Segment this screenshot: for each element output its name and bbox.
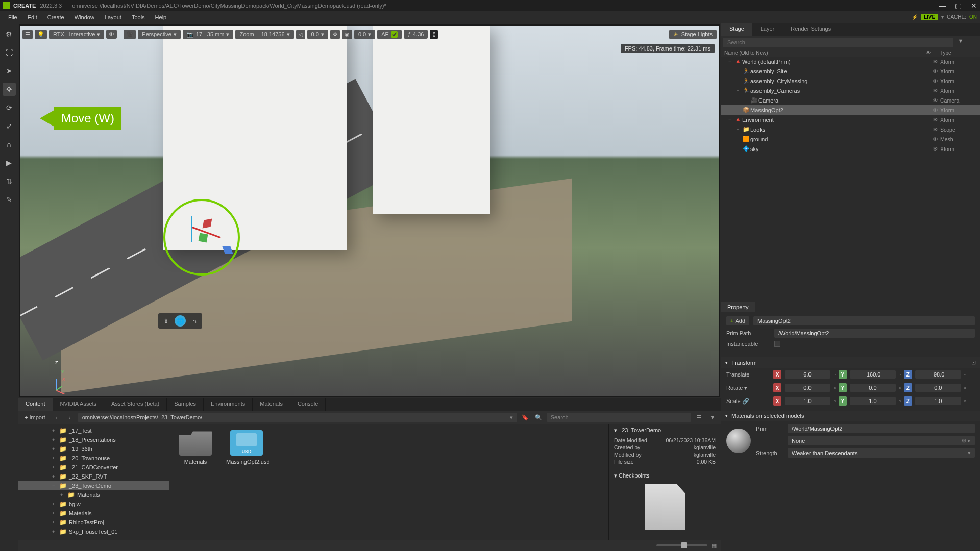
content-search[interactable]: Search: [547, 413, 691, 422]
stage-row[interactable]: +🏃assembly_Cameras👁Xform: [721, 86, 980, 95]
prim-path-field[interactable]: /World/MassingOpt2: [774, 329, 975, 338]
tab-materials[interactable]: Materials: [253, 398, 290, 411]
zoom-field[interactable]: Zoom 18.14756 ▾: [235, 30, 293, 39]
viewport[interactable]: ☰ 💡 RTX - Interactive ▾ 👁 🎥 Perspective …: [19, 24, 720, 397]
scale-x[interactable]: 1.0: [785, 397, 830, 405]
tab-nvidia-assets[interactable]: NVIDIA Assets: [53, 398, 105, 411]
close-icon[interactable]: ✕: [971, 2, 977, 10]
nav-back-icon[interactable]: ‹: [52, 414, 62, 420]
translate-x[interactable]: 6.0: [785, 370, 830, 379]
tree-item[interactable]: +📁_19_36th: [18, 444, 169, 454]
menu-window[interactable]: Window: [69, 13, 100, 22]
tab-samples[interactable]: Samples: [167, 398, 204, 411]
camera-icon[interactable]: 🎥: [124, 30, 136, 39]
ae-toggle[interactable]: AE: [377, 30, 402, 39]
settings-tool-icon[interactable]: ⚙: [3, 28, 16, 41]
tree-item[interactable]: +📁RhinoTestProj: [18, 518, 169, 527]
render-mode-dropdown[interactable]: RTX - Interactive ▾: [49, 30, 104, 39]
stage-row[interactable]: +📦MassingOpt2👁Xform: [721, 105, 980, 115]
collapse-toolbar-icon[interactable]: ⟪: [430, 30, 438, 39]
rotate-y[interactable]: 0.0: [850, 384, 896, 392]
play-tool-icon[interactable]: ▶: [3, 156, 16, 169]
stage-search-input[interactable]: [723, 38, 953, 47]
tree-item[interactable]: +📁Materials: [18, 509, 169, 518]
scale-y[interactable]: 1.0: [850, 397, 896, 405]
tree-item[interactable]: +📁_20_Townhouse: [18, 454, 169, 463]
stage-row[interactable]: +🏃assembly_Site👁Xform: [721, 66, 980, 76]
material-preview-icon[interactable]: [726, 429, 751, 453]
snap-tool-icon[interactable]: ∩: [3, 138, 16, 151]
search-icon[interactable]: 🔍: [533, 414, 544, 421]
materials-section[interactable]: ▾Materials on selected models: [721, 411, 980, 421]
content-path[interactable]: omniverse://localhost/Projects/_23_Tower…: [78, 413, 517, 422]
add-button[interactable]: +Add: [726, 316, 749, 325]
tab-console[interactable]: Console: [290, 398, 326, 411]
cache-state[interactable]: ON: [969, 14, 977, 20]
translate-y[interactable]: -160.0: [850, 370, 896, 379]
tree-item[interactable]: +📁_21_CADConverter: [18, 463, 169, 472]
instanceable-checkbox[interactable]: [774, 341, 780, 347]
menu-tools[interactable]: Tools: [127, 13, 150, 22]
vt-focus-icon[interactable]: ✥: [330, 30, 340, 39]
menu-help[interactable]: Help: [150, 13, 172, 22]
stage-row[interactable]: 💠sky👁Xform: [721, 144, 980, 154]
stage-row[interactable]: +🏃assembly_CityMassing👁Xform: [721, 76, 980, 86]
tree-item[interactable]: +📁Materials: [18, 490, 169, 499]
maximize-icon[interactable]: ▢: [955, 2, 962, 10]
rotate-z[interactable]: 0.0: [915, 384, 961, 392]
tree-item[interactable]: +📁Skp_HouseTest_01: [18, 527, 169, 536]
tab-layer[interactable]: Layer: [752, 23, 783, 36]
snap-toggle-icon[interactable]: ∩: [189, 315, 200, 327]
vt-val2[interactable]: 0.0 ▾: [354, 30, 375, 39]
vt-val1[interactable]: 0.0 ▾: [307, 30, 328, 39]
select-tool-icon[interactable]: ➤: [3, 64, 16, 78]
vt-aperture-icon[interactable]: ◉: [342, 30, 352, 39]
live-dropdown-icon[interactable]: ▾: [941, 14, 944, 20]
mat-prim-field[interactable]: /World/MassingOpt2: [788, 424, 975, 433]
rotate-x[interactable]: 0.0: [785, 384, 830, 392]
checkpoints-header[interactable]: ▾ Checkpoints: [614, 472, 716, 479]
asset-folder-materials[interactable]: Materials: [175, 430, 216, 465]
transform-section[interactable]: ▾Transform ⊡: [721, 357, 980, 368]
rotate-label[interactable]: Rotate ▾: [726, 385, 770, 391]
stage-lights-toggle[interactable]: ☀ Stage Lights: [669, 30, 717, 39]
stage-options-icon[interactable]: ≡: [968, 38, 978, 47]
checkpoint-thumb-icon[interactable]: [645, 484, 685, 530]
mat-strength-dropdown[interactable]: Weaker than Descendants▾: [788, 448, 975, 458]
tree-item[interactable]: +📁bglw: [18, 499, 169, 509]
filter-icon[interactable]: ▼: [707, 414, 718, 420]
menu-layout[interactable]: Layout: [100, 13, 127, 22]
camera-dropdown[interactable]: Perspective ▾: [138, 30, 180, 39]
tree-item[interactable]: +📁_18_Presentations: [18, 435, 169, 444]
tree-item[interactable]: −📁_23_TowerDemo: [18, 481, 169, 490]
tab-content[interactable]: Content: [18, 398, 53, 411]
tree-item[interactable]: +📁_22_SKP_RVT: [18, 472, 169, 481]
thumbnail-size-slider[interactable]: [656, 544, 707, 546]
rotate-tool-icon[interactable]: ⟳: [3, 101, 16, 114]
menu-edit[interactable]: Edit: [22, 13, 42, 22]
folder-tree[interactable]: +📁_17_Test+📁_18_Presentations+📁_19_36th+…: [18, 424, 169, 540]
stage-header[interactable]: Name (Old to New) 👁 Type: [721, 49, 980, 57]
transform-reset-icon[interactable]: ⊡: [971, 359, 976, 366]
viewport-light-icon[interactable]: 💡: [35, 30, 47, 39]
live-badge[interactable]: LIVE: [921, 14, 938, 20]
list-view-icon[interactable]: ☰: [694, 414, 704, 421]
stage-filter-icon[interactable]: ▼: [955, 38, 966, 47]
tree-item[interactable]: +📁_17_Test: [18, 426, 169, 435]
brush-tool-icon[interactable]: ✎: [3, 193, 16, 206]
vt-angle-icon[interactable]: ◁: [296, 30, 305, 39]
world-space-icon[interactable]: 🌐: [175, 315, 186, 327]
lens-dropdown[interactable]: 📷 17 - 35 mm ▾: [183, 30, 234, 39]
menu-file[interactable]: File: [3, 13, 22, 22]
nav-fwd-icon[interactable]: ›: [65, 414, 75, 420]
tab-asset-stores[interactable]: Asset Stores (beta): [104, 398, 167, 411]
asset-grid[interactable]: Materials USD MassingOpt2.usd: [169, 424, 608, 540]
scale-tool-icon[interactable]: ⤢: [3, 119, 16, 133]
prim-name-field[interactable]: MassingOpt2: [753, 316, 975, 325]
mat-none-field[interactable]: None⊗ ▸: [788, 436, 975, 445]
link-icon[interactable]: ▫: [834, 371, 836, 378]
viewport-eye-icon[interactable]: 👁: [106, 30, 117, 39]
stage-row[interactable]: −🔺Environment👁Xform: [721, 115, 980, 124]
stage-tree[interactable]: −🔺World (defaultPrim)👁Xform+🏃assembly_Si…: [721, 57, 980, 302]
tab-environments[interactable]: Environments: [204, 398, 253, 411]
